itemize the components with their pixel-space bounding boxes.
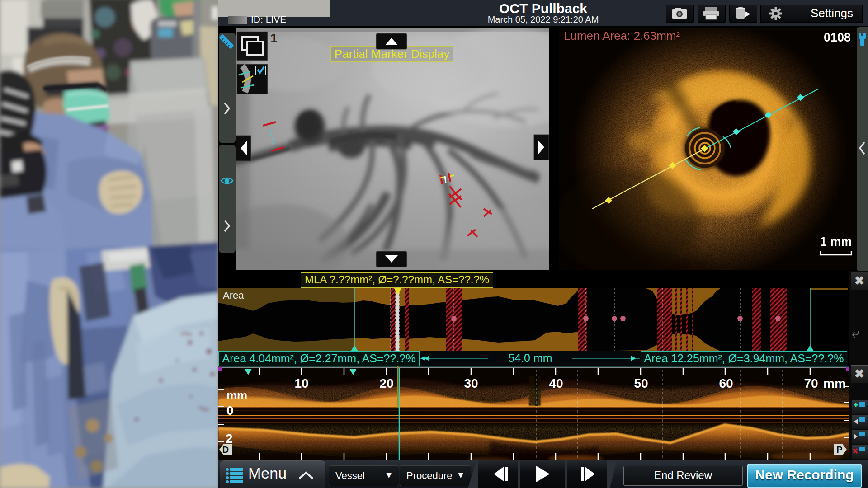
svg-text:mm: mm — [823, 376, 846, 390]
svg-text:10: 10 — [294, 376, 308, 390]
svg-text:50: 50 — [634, 376, 648, 390]
svg-text:mm: mm — [226, 389, 247, 402]
svg-text:0108: 0108 — [824, 31, 851, 44]
svg-text:P: P — [836, 445, 842, 455]
svg-text:70: 70 — [804, 376, 818, 390]
svg-text:2: 2 — [226, 432, 233, 446]
svg-text:20: 20 — [379, 376, 393, 390]
svg-text:0: 0 — [226, 404, 234, 418]
svg-text:30: 30 — [464, 376, 478, 390]
svg-text:60: 60 — [719, 376, 733, 390]
svg-text:Lumen Area: 2.63mm²: Lumen Area: 2.63mm² — [564, 29, 680, 42]
svg-text:D: D — [222, 445, 229, 455]
svg-text:1 mm: 1 mm — [820, 235, 852, 249]
svg-text:1: 1 — [270, 31, 278, 45]
svg-text:40: 40 — [549, 376, 563, 390]
